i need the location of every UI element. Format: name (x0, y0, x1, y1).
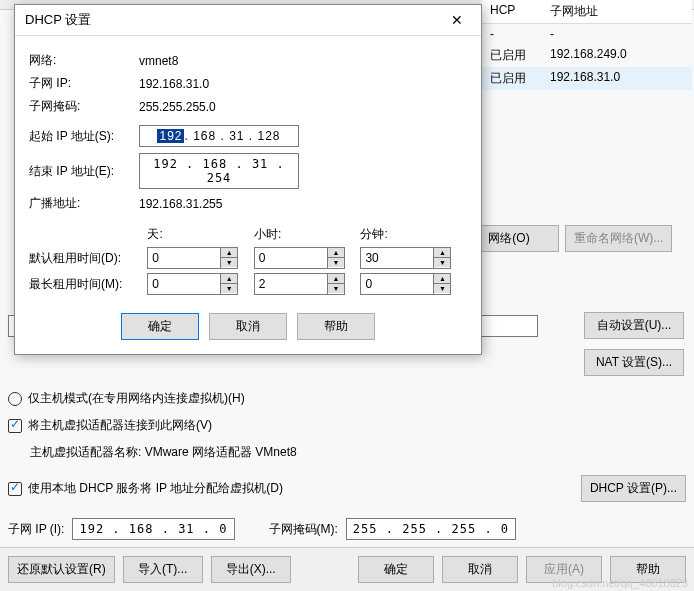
dhcp-label: 使用本地 DHCP 服务将 IP 地址分配给虚拟机(D) (28, 480, 283, 497)
subnet-ip-label: 子网 IP: (29, 75, 139, 92)
watermark: blog.csdn.net/qq_40818023 (552, 577, 688, 589)
max-days-spinner[interactable]: ▲▼ (147, 273, 246, 295)
close-icon[interactable]: ✕ (443, 12, 471, 28)
default-hours-spinner[interactable]: ▲▼ (254, 247, 353, 269)
max-minutes-spinner[interactable]: ▲▼ (360, 273, 459, 295)
day-header: 天: (147, 226, 254, 243)
host-adapter-checkbox[interactable] (8, 419, 22, 433)
chevron-down-icon: ▼ (221, 284, 237, 293)
dhcp-checkbox[interactable] (8, 482, 22, 496)
chevron-up-icon: ▲ (221, 274, 237, 284)
chevron-up-icon: ▲ (434, 248, 450, 258)
chevron-up-icon: ▲ (328, 248, 344, 258)
chevron-down-icon: ▼ (328, 258, 344, 267)
cancel-button[interactable]: 取消 (442, 556, 518, 583)
import-button[interactable]: 导入(T)... (123, 556, 203, 583)
broadcast-value: 192.168.31.255 (139, 197, 222, 211)
chevron-down-icon: ▼ (434, 284, 450, 293)
default-days-spinner[interactable]: ▲▼ (147, 247, 246, 269)
chevron-up-icon: ▲ (434, 274, 450, 284)
subnet-ip-label: 子网 IP (I): (8, 521, 64, 538)
default-lease-label: 默认租用时间(D): (29, 250, 147, 267)
host-adapter-name: 主机虚拟适配器名称: VMware 网络适配器 VMnet8 (30, 444, 686, 461)
table-row[interactable]: 已启用 192.168.249.0 (482, 44, 692, 67)
dialog-title: DHCP 设置 (25, 11, 443, 29)
dialog-help-button[interactable]: 帮助 (297, 313, 375, 340)
dialog-ok-button[interactable]: 确定 (121, 313, 199, 340)
subnet-mask-input[interactable]: 255 . 255 . 255 . 0 (346, 518, 516, 540)
subnet-mask-value: 255.255.255.0 (139, 100, 216, 114)
broadcast-label: 广播地址: (29, 195, 139, 212)
network-label: 网络: (29, 52, 139, 69)
end-ip-label: 结束 IP 地址(E): (29, 163, 139, 180)
ok-button[interactable]: 确定 (358, 556, 434, 583)
chevron-down-icon: ▼ (434, 258, 450, 267)
col-dhcp[interactable]: HCP (482, 0, 542, 24)
table-row[interactable]: - - (482, 24, 692, 44)
network-table: HCP 子网地址 - - 已启用 192.168.249.0 已启用 192.1… (482, 0, 692, 90)
max-hours-spinner[interactable]: ▲▼ (254, 273, 353, 295)
subnet-mask-label: 子网掩码: (29, 98, 139, 115)
chevron-down-icon: ▼ (328, 284, 344, 293)
hostonly-label: 仅主机模式(在专用网络内连接虚拟机)(H) (28, 390, 245, 407)
subnet-ip-input[interactable]: 192 . 168 . 31 . 0 (72, 518, 234, 540)
start-ip-input[interactable]: 192. 168 . 31 . 128 (139, 125, 299, 147)
end-ip-input[interactable]: 192 . 168 . 31 . 254 (139, 153, 299, 189)
network-value: vmnet8 (139, 54, 178, 68)
dhcp-settings-dialog: DHCP 设置 ✕ 网络: vmnet8 子网 IP: 192.168.31.0… (14, 4, 482, 355)
subnet-ip-value: 192.168.31.0 (139, 77, 209, 91)
minute-header: 分钟: (360, 226, 467, 243)
default-minutes-spinner[interactable]: ▲▼ (360, 247, 459, 269)
chevron-down-icon: ▼ (221, 258, 237, 267)
dhcp-settings-button[interactable]: DHCP 设置(P)... (581, 475, 686, 502)
col-subnet[interactable]: 子网地址 (542, 0, 692, 24)
restore-defaults-button[interactable]: 还原默认设置(R) (8, 556, 115, 583)
table-row[interactable]: 已启用 192.168.31.0 (482, 67, 692, 90)
chevron-up-icon: ▲ (221, 248, 237, 258)
subnet-mask-label: 子网掩码(M): (269, 521, 338, 538)
chevron-up-icon: ▲ (328, 274, 344, 284)
host-adapter-label: 将主机虚拟适配器连接到此网络(V) (28, 417, 212, 434)
start-ip-label: 起始 IP 地址(S): (29, 128, 139, 145)
dialog-cancel-button[interactable]: 取消 (209, 313, 287, 340)
export-button[interactable]: 导出(X)... (211, 556, 291, 583)
hostonly-radio[interactable] (8, 392, 22, 406)
rename-network-button: 重命名网络(W)... (565, 225, 672, 252)
max-lease-label: 最长租用时间(M): (29, 276, 147, 293)
hour-header: 小时: (254, 226, 361, 243)
